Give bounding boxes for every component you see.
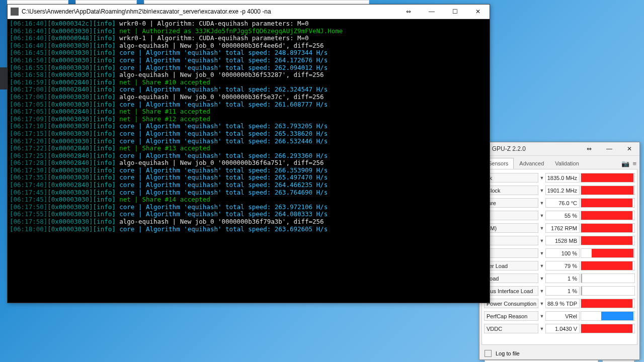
sensor-row[interactable]: ck▼1835.0 MHz (484, 171, 635, 184)
sensor-name: Power Consumption (484, 299, 538, 308)
sensor-graph (581, 236, 635, 245)
minimize-button[interactable]: — (420, 5, 443, 19)
sensor-value: 76.0 °C (545, 198, 580, 208)
sensor-row[interactable]: ller Load▼79 % (484, 259, 635, 272)
console-line: [06:16:58][0x00003030][info] algo-equiha… (10, 71, 488, 79)
restore-move-icon[interactable]: ⇔ (397, 5, 420, 19)
camera-icon[interactable]: 📷 (621, 160, 629, 167)
sensor-value: 1.0430 V (545, 324, 580, 333)
console-line: [06:17:00][0x00003030][info] algo-equiha… (10, 94, 488, 101)
sensor-name (484, 248, 538, 258)
console-title: C:\Users\Anwender\AppData\Roaming\nhm2\b… (22, 8, 397, 15)
sensor-row[interactable]: PerfCap Reason▼VRel (484, 310, 635, 322)
chevron-down-icon[interactable]: ▼ (538, 251, 545, 256)
sensor-name: PM) (484, 223, 538, 233)
sensor-graph (581, 186, 635, 195)
console-line: [06:16:59][0x00002840][info] net | Share… (10, 79, 488, 86)
sensor-name (484, 236, 538, 245)
minimize-button[interactable]: — (599, 142, 619, 155)
sensor-row[interactable]: VDDC▼1.0430 V (484, 322, 635, 335)
sensor-row[interactable]: PM)▼1762 RPM (484, 222, 635, 234)
restore-down-icon[interactable]: ⇔ (579, 142, 599, 155)
sensor-name: Clock (484, 186, 538, 195)
sensor-name: Load (484, 274, 538, 283)
console-line: [06:16:40][0x00000948][info] wrkr0-1 | A… (10, 35, 488, 42)
sensor-value: VRel (545, 311, 580, 321)
console-line: [06:17:20][0x00003030][info] core | Algo… (10, 138, 488, 145)
console-window[interactable]: C:\Users\Anwender\AppData\Roaming\nhm2\b… (7, 4, 490, 303)
chevron-down-icon[interactable]: ▼ (538, 213, 545, 218)
chevron-down-icon[interactable]: ▼ (538, 175, 545, 180)
console-titlebar[interactable]: C:\Users\Anwender\AppData\Roaming\nhm2\b… (8, 5, 490, 19)
sensor-name: ck (484, 173, 538, 183)
sensor-graph (581, 248, 635, 258)
chevron-down-icon[interactable]: ▼ (538, 289, 545, 294)
console-output[interactable]: [06:16:40][0x0000342c][info] wrkr0-0 | A… (8, 19, 490, 234)
gpuz-tabs: Sensors Advanced Validation 📷 ≡ (479, 156, 639, 169)
sensor-value: 88.9 % TDP (545, 299, 580, 308)
maximize-button[interactable]: ☐ (443, 5, 466, 19)
sensor-graph (581, 274, 635, 283)
sensor-value: 79 % (545, 261, 580, 270)
chevron-down-icon[interactable]: ▼ (538, 201, 545, 206)
app-icon (11, 8, 19, 16)
sensor-name (484, 211, 538, 220)
sensor-row[interactable]: Clock▼1901.2 MHz (484, 184, 635, 197)
console-line: [06:16:40][0x00003030][info] algo-equiha… (10, 42, 488, 50)
chevron-down-icon[interactable]: ▼ (538, 238, 545, 243)
sensor-name: VDDC (484, 324, 538, 333)
sensor-row[interactable]: Power Consumption▼88.9 % TDP (484, 297, 635, 310)
sensor-row[interactable]: ▼100 % (484, 247, 635, 259)
gpuz-close-button[interactable]: Close (602, 360, 634, 362)
sensor-row[interactable]: ture▼76.0 °C (484, 197, 635, 209)
sensor-name: ller Load (484, 261, 538, 270)
console-line: [06:17:05][0x00003030][info] core | Algo… (10, 101, 488, 109)
tab-advanced[interactable]: Advanced (514, 158, 549, 169)
console-line: [06:17:00][0x00002840][info] core | Algo… (10, 86, 488, 94)
chevron-down-icon[interactable]: ▼ (538, 226, 545, 231)
sensor-name: PerfCap Reason (484, 311, 538, 321)
gpuz-title: Up GPU-Z 2.2.0 (479, 145, 579, 152)
gpuz-window[interactable]: Up GPU-Z 2.2.0 ⇔ — ✕ Sensors Advanced Va… (479, 142, 640, 360)
console-line: [06:17:35][0x00003030][info] core | Algo… (10, 174, 488, 182)
log-to-file-checkbox[interactable] (485, 350, 492, 357)
sensor-graph (581, 311, 635, 321)
sensor-row[interactable]: ▼55 % (484, 209, 635, 222)
tab-validation[interactable]: Validation (549, 158, 585, 169)
chevron-down-icon[interactable]: ▼ (538, 263, 545, 268)
sensor-value: 55 % (545, 211, 580, 220)
chevron-down-icon[interactable]: ▼ (538, 301, 545, 306)
console-line: [06:17:45][0x00003030][info] core | Algo… (10, 189, 488, 197)
chevron-down-icon[interactable]: ▼ (538, 326, 545, 331)
sensor-graph (581, 173, 635, 183)
log-to-file-label: Log to file (496, 350, 520, 356)
sensor-row[interactable]: Load▼1 % (484, 272, 635, 285)
close-button[interactable]: ✕ (619, 142, 639, 155)
chevron-down-icon[interactable]: ▼ (538, 314, 545, 319)
sensor-name: Bus Interface Load (484, 286, 538, 296)
console-line: [06:17:22][0x00002840][info] net | Share… (10, 145, 488, 152)
gpuz-titlebar[interactable]: Up GPU-Z 2.2.0 ⇔ — ✕ (479, 142, 639, 156)
sensor-row[interactable]: Bus Interface Load▼1 % (484, 285, 635, 297)
chevron-down-icon[interactable]: ▼ (538, 188, 545, 193)
console-line: [06:16:40][0x00003030][info] net | Autho… (10, 28, 488, 35)
close-button[interactable]: ✕ (466, 5, 490, 19)
sensor-value: 1 % (545, 286, 580, 296)
menu-icon[interactable]: ≡ (632, 160, 636, 167)
sensor-row[interactable]: ▼1528 MB (484, 234, 635, 247)
device-select[interactable]: NVIDIA GeForce GTX 1060 6GB ▾ (485, 360, 598, 362)
sensor-value: 1901.2 MHz (545, 186, 580, 195)
sensor-graph (581, 286, 635, 296)
console-line: [06:16:40][0x0000342c][info] wrkr0-0 | A… (10, 20, 488, 28)
console-line: [06:16:50][0x00003030][info] core | Algo… (10, 57, 488, 64)
console-line: [06:16:45][0x00003030][info] core | Algo… (10, 49, 488, 57)
chevron-down-icon[interactable]: ▼ (538, 276, 545, 281)
console-line: [06:17:10][0x00003030][info] core | Algo… (10, 123, 488, 130)
console-line: [06:17:40][0x00002840][info] core | Algo… (10, 182, 488, 189)
console-line: [06:17:15][0x00003030][info] core | Algo… (10, 130, 488, 138)
console-line: [06:17:58][0x00003030][info] algo-equiha… (10, 218, 488, 226)
console-line: [06:17:09][0x00003030][info] net | Share… (10, 116, 488, 123)
sensor-value: 1835.0 MHz (545, 173, 580, 183)
console-line: [06:17:28][0x00002840][info] algo-equiha… (10, 159, 488, 167)
console-line: [06:17:55][0x00003030][info] core | Algo… (10, 211, 488, 218)
